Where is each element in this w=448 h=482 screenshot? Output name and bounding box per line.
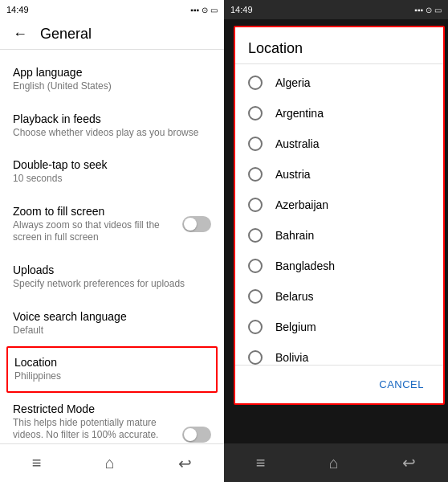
signal-icon-right: ▪▪▪ bbox=[414, 6, 423, 14]
right-menu-nav-icon[interactable]: ≡ bbox=[256, 454, 266, 472]
home-nav-icon[interactable]: ⌂ bbox=[105, 454, 115, 472]
restricted-text: Restricted Mode This helps hide potentia… bbox=[13, 402, 176, 443]
list-item[interactable]: Argentina bbox=[235, 98, 443, 129]
radio-button[interactable] bbox=[248, 259, 263, 273]
double-tap-subtitle: 10 seconds bbox=[13, 173, 211, 186]
list-item[interactable]: Belarus bbox=[235, 281, 443, 312]
radio-button[interactable] bbox=[248, 289, 263, 304]
radio-button[interactable] bbox=[248, 106, 263, 120]
battery-icon-right: ▭ bbox=[434, 6, 442, 14]
country-name: Austria bbox=[275, 168, 311, 181]
restricted-subtitle: This helps hide potentially mature video… bbox=[13, 417, 176, 443]
status-icons-right: ▪▪▪ ⊙ ▭ bbox=[414, 6, 442, 14]
settings-item-uploads[interactable]: Uploads Specify network preferences for … bbox=[0, 254, 224, 300]
bottom-nav-right: ≡ ⌂ ↩ bbox=[224, 443, 448, 482]
radio-button[interactable] bbox=[248, 198, 263, 212]
time-left: 14:49 bbox=[6, 5, 29, 14]
restricted-toggle[interactable] bbox=[182, 427, 211, 443]
location-dialog: Location AlgeriaArgentinaAustraliaAustri… bbox=[234, 26, 445, 405]
settings-item-playback[interactable]: Playback in feeds Choose whether videos … bbox=[0, 103, 224, 149]
zoom-text: Zoom to fill screen Always zoom so that … bbox=[13, 205, 182, 244]
settings-item-restricted[interactable]: Restricted Mode This helps hide potentia… bbox=[0, 393, 224, 443]
dialog-overlay: Location AlgeriaArgentinaAustraliaAustri… bbox=[224, 19, 448, 443]
list-item[interactable]: Bangladesh bbox=[235, 251, 443, 281]
zoom-subtitle: Always zoom so that videos fill the scre… bbox=[13, 219, 182, 244]
settings-item-double-tap[interactable]: Double-tap to seek 10 seconds bbox=[0, 149, 224, 195]
country-name: Belgium bbox=[275, 321, 316, 333]
location-subtitle: Philippines bbox=[14, 370, 210, 383]
time-right: 14:49 bbox=[230, 5, 253, 14]
country-name: Argentina bbox=[275, 107, 324, 120]
country-name: Azerbaijan bbox=[275, 198, 328, 211]
zoom-title: Zoom to fill screen bbox=[13, 205, 182, 218]
restricted-toggle-thumb bbox=[184, 428, 197, 441]
list-item[interactable]: Australia bbox=[235, 129, 443, 159]
playback-subtitle: Choose whether videos play as you browse bbox=[13, 127, 211, 140]
radio-button[interactable] bbox=[248, 76, 263, 90]
list-item[interactable]: Azerbaijan bbox=[235, 190, 443, 220]
right-home-nav-icon[interactable]: ⌂ bbox=[329, 454, 339, 472]
right-back-nav-icon[interactable]: ↩ bbox=[402, 453, 416, 472]
list-item[interactable]: Belgium bbox=[235, 312, 443, 342]
left-panel: 14:49 ▪▪▪ ⊙ ▭ ← General App language Eng… bbox=[0, 0, 224, 482]
dialog-title: Location bbox=[248, 40, 430, 57]
status-bar-right: 14:49 ▪▪▪ ⊙ ▭ bbox=[224, 0, 448, 19]
bottom-nav-left: ≡ ⌂ ↩ bbox=[0, 443, 224, 482]
zoom-toggle[interactable] bbox=[182, 216, 211, 232]
status-time-left: 14:49 bbox=[6, 5, 29, 14]
radio-button[interactable] bbox=[248, 137, 263, 151]
country-name: Australia bbox=[275, 137, 319, 150]
settings-list: App language English (United States) Pla… bbox=[0, 50, 224, 443]
country-name: Bangladesh bbox=[275, 259, 335, 272]
country-name: Bolivia bbox=[275, 351, 308, 364]
uploads-subtitle: Specify network preferences for uploads bbox=[13, 278, 211, 291]
settings-item-voice-search[interactable]: Voice search language Default bbox=[0, 300, 224, 347]
cancel-button[interactable]: CANCEL bbox=[373, 372, 430, 397]
app-language-subtitle: English (United States) bbox=[13, 80, 211, 93]
uploads-title: Uploads bbox=[13, 263, 211, 276]
list-item[interactable]: Bahrain bbox=[235, 220, 443, 251]
location-title: Location bbox=[14, 356, 210, 369]
battery-icon-left: ▭ bbox=[210, 6, 218, 14]
voice-search-subtitle: Default bbox=[13, 325, 211, 337]
header-left: ← General bbox=[0, 19, 224, 50]
zoom-toggle-thumb bbox=[184, 218, 197, 231]
list-item[interactable]: Bolivia bbox=[235, 342, 443, 365]
playback-title: Playback in feeds bbox=[13, 112, 211, 125]
page-title: General bbox=[40, 26, 92, 43]
dialog-header: Location bbox=[235, 27, 443, 64]
country-name: Algeria bbox=[275, 76, 311, 89]
status-bar-left: 14:49 ▪▪▪ ⊙ ▭ bbox=[0, 0, 224, 19]
restricted-row: Restricted Mode This helps hide potentia… bbox=[13, 402, 211, 443]
menu-nav-icon[interactable]: ≡ bbox=[32, 454, 42, 472]
dialog-actions: CANCEL bbox=[235, 365, 443, 403]
radio-button[interactable] bbox=[248, 320, 263, 334]
radio-button[interactable] bbox=[248, 167, 263, 182]
settings-item-app-language[interactable]: App language English (United States) bbox=[0, 56, 224, 103]
right-panel: 14:49 ▪▪▪ ⊙ ▭ Location AlgeriaArgentinaA… bbox=[224, 0, 448, 482]
back-button[interactable]: ← bbox=[13, 26, 27, 43]
settings-item-zoom[interactable]: Zoom to fill screen Always zoom so that … bbox=[0, 195, 224, 254]
restricted-title: Restricted Mode bbox=[13, 402, 176, 415]
double-tap-title: Double-tap to seek bbox=[13, 158, 211, 171]
zoom-row: Zoom to fill screen Always zoom so that … bbox=[13, 205, 211, 244]
list-item[interactable]: Algeria bbox=[235, 67, 443, 98]
app-language-title: App language bbox=[13, 66, 211, 79]
status-time-right: 14:49 bbox=[230, 5, 253, 14]
signal-icon-left: ▪▪▪ bbox=[190, 6, 199, 14]
country-name: Bahrain bbox=[275, 229, 314, 242]
radio-button[interactable] bbox=[248, 228, 263, 243]
country-name: Belarus bbox=[275, 290, 313, 303]
list-item[interactable]: Austria bbox=[235, 159, 443, 190]
settings-item-location[interactable]: Location Philippines bbox=[6, 346, 218, 393]
back-nav-icon[interactable]: ↩ bbox=[178, 454, 192, 473]
voice-search-title: Voice search language bbox=[13, 310, 211, 323]
status-icons-left: ▪▪▪ ⊙ ▭ bbox=[190, 6, 218, 14]
wifi-icon-left: ⊙ bbox=[202, 6, 208, 14]
wifi-icon-right: ⊙ bbox=[426, 6, 432, 14]
radio-button[interactable] bbox=[248, 350, 263, 365]
country-list: AlgeriaArgentinaAustraliaAustriaAzerbaij… bbox=[235, 64, 443, 365]
